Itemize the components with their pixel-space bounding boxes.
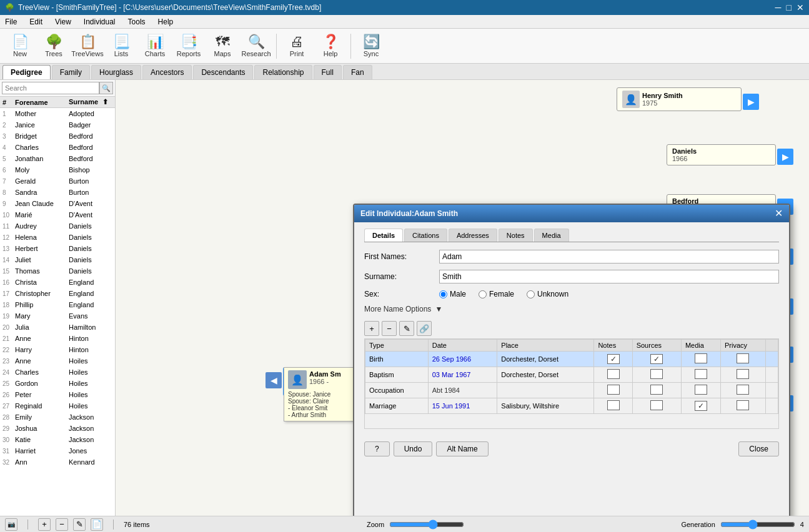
search-button[interactable]: 🔍 (99, 82, 113, 94)
list-item[interactable]: 25 Gordon Hoiles (0, 378, 115, 389)
notes-checkbox[interactable] (607, 400, 620, 410)
sort-icon[interactable]: ⬆ (102, 98, 108, 106)
undo-button[interactable]: Undo (394, 441, 433, 456)
notes-checkbox[interactable] (607, 354, 620, 364)
menu-view[interactable]: View (52, 16, 74, 27)
list-item[interactable]: 21 Anne Hinton (0, 333, 115, 344)
toolbar-reports[interactable]: 📑 Reports (172, 31, 205, 61)
event-media[interactable] (681, 367, 720, 383)
menu-help[interactable]: Help (156, 16, 176, 27)
sex-male-radio[interactable] (439, 290, 447, 298)
tab-full[interactable]: Full (314, 65, 342, 79)
henry-arrow[interactable]: ▶ (743, 94, 759, 110)
media-checkbox[interactable] (695, 353, 707, 363)
tab-ancestors[interactable]: Ancestors (142, 65, 192, 79)
menu-individual[interactable]: Individual (81, 16, 118, 27)
event-media[interactable] (681, 383, 720, 398)
zoom-slider[interactable] (389, 520, 464, 530)
close-dialog-button[interactable]: Close (738, 441, 779, 456)
adam-left-arrow[interactable]: ◀ (266, 372, 282, 388)
dialog-tab-notes[interactable]: Notes (499, 229, 533, 242)
list-item[interactable]: 14 Juliet Daniels (0, 254, 115, 265)
list-item[interactable]: 3 Bridget Bedford (0, 131, 115, 142)
sources-checkbox[interactable] (650, 385, 663, 395)
status-doc-button[interactable]: 📄 (91, 518, 103, 531)
help-button[interactable]: ? (364, 441, 390, 456)
tab-relationship[interactable]: Relationship (254, 65, 312, 79)
tab-descendants[interactable]: Descendants (193, 65, 253, 79)
daniels-arrow[interactable]: ▶ (777, 149, 793, 165)
status-remove-button[interactable]: − (56, 518, 68, 531)
list-item[interactable]: 2 Janice Badger (0, 119, 115, 131)
event-privacy[interactable] (720, 398, 765, 414)
search-input[interactable] (2, 82, 99, 94)
tree-node-henry-smith[interactable]: 👤 Henry Smith 1975 (617, 87, 742, 111)
dialog-tab-media[interactable]: Media (534, 229, 569, 242)
list-item[interactable]: 1 Mother Adopted (0, 108, 115, 119)
tab-family[interactable]: Family (52, 65, 90, 79)
generation-slider[interactable] (720, 520, 795, 530)
first-names-input[interactable] (439, 250, 779, 264)
list-item[interactable]: 18 Phillip England (0, 299, 115, 310)
maximize-button[interactable]: □ (787, 3, 792, 12)
sex-female-radio[interactable] (479, 290, 487, 298)
remove-event-button[interactable]: − (382, 321, 397, 336)
event-media[interactable] (681, 398, 720, 414)
menu-edit[interactable]: Edit (27, 16, 45, 27)
list-item[interactable]: 31 Harriet Jones (0, 445, 115, 456)
list-item[interactable]: 26 Peter Hoiles (0, 389, 115, 400)
close-window-button[interactable]: ✕ (797, 3, 804, 12)
toolbar-trees[interactable]: 🌳 Trees (37, 31, 70, 61)
sex-male-option[interactable]: Male (439, 290, 466, 298)
toolbar-new[interactable]: 📄 New (4, 31, 36, 61)
status-thumbnail-button[interactable]: 📷 (5, 518, 17, 531)
list-item[interactable]: 9 Jean Claude D'Avent (0, 198, 115, 209)
toolbar-maps[interactable]: 🗺 Maps (206, 31, 239, 61)
event-notes[interactable] (594, 383, 632, 398)
event-notes[interactable] (594, 352, 632, 367)
event-sources[interactable] (632, 383, 681, 398)
list-item[interactable]: 20 Julia Hamilton (0, 322, 115, 333)
toolbar-sync[interactable]: 🔄 Sync (355, 31, 387, 61)
list-item[interactable]: 11 Audrey Daniels (0, 220, 115, 232)
menu-file[interactable]: File (2, 16, 19, 27)
notes-checkbox[interactable] (607, 385, 620, 395)
dialog-close-button[interactable]: ✕ (775, 209, 783, 219)
privacy-checkbox[interactable] (737, 385, 749, 395)
menu-tools[interactable]: Tools (126, 16, 148, 27)
media-checkbox[interactable] (695, 401, 707, 411)
add-event-button[interactable]: + (364, 321, 379, 336)
privacy-checkbox[interactable] (737, 353, 749, 363)
notes-checkbox[interactable] (607, 369, 620, 379)
event-privacy[interactable] (720, 383, 765, 398)
list-item[interactable]: 6 Moly Bishop (0, 164, 115, 175)
list-item[interactable]: 28 Emily Jackson (0, 411, 115, 423)
list-item[interactable]: 15 Thomas Daniels (0, 265, 115, 277)
status-add-button[interactable]: + (38, 518, 51, 531)
dialog-tab-addresses[interactable]: Addresses (449, 229, 497, 242)
list-item[interactable]: 22 Harry Hinton (0, 344, 115, 355)
event-sources[interactable] (632, 352, 681, 367)
event-row[interactable]: Birth 26 Sep 1966 Dorchester, Dorset (365, 352, 778, 367)
list-item[interactable]: 23 Anne Hoiles (0, 355, 115, 367)
list-item[interactable]: 24 Charles Hoiles (0, 367, 115, 378)
toolbar-help[interactable]: ❓ Help (314, 31, 347, 61)
dialog-tab-details[interactable]: Details (364, 229, 403, 242)
minimize-button[interactable]: ─ (775, 3, 782, 12)
sex-female-option[interactable]: Female (479, 290, 514, 298)
toolbar-lists[interactable]: 📃 Lists (105, 31, 137, 61)
dialog-tab-citations[interactable]: Citations (404, 229, 447, 242)
link-event-button[interactable]: 🔗 (417, 321, 432, 336)
tree-node-daniels[interactable]: Daniels 1966 (667, 144, 776, 165)
event-notes[interactable] (594, 367, 632, 383)
sex-unknown-radio[interactable] (527, 290, 535, 298)
alt-name-button[interactable]: Alt Name (436, 441, 488, 456)
tab-hourglass[interactable]: Hourglass (91, 65, 141, 79)
event-notes[interactable] (594, 398, 632, 414)
title-bar-controls[interactable]: ─ □ ✕ (775, 3, 804, 12)
media-checkbox[interactable] (695, 385, 707, 395)
list-item[interactable]: 30 Katie Jackson (0, 434, 115, 445)
list-item[interactable]: 10 Marié D'Avent (0, 209, 115, 220)
list-item[interactable]: 7 Gerald Burton (0, 175, 115, 187)
sources-checkbox[interactable] (650, 354, 663, 364)
